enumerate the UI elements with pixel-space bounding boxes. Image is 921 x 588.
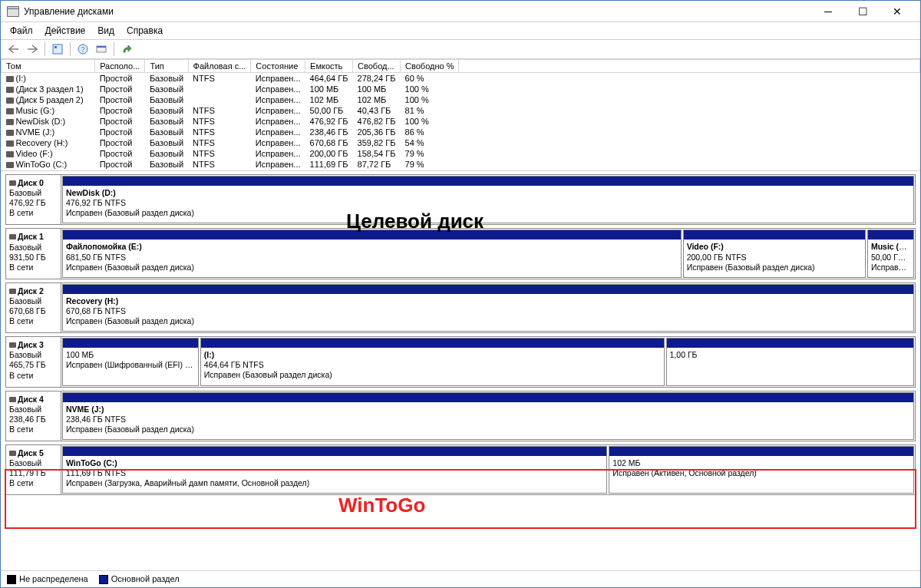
disk-row[interactable]: Диск 2Базовый670,68 ГБВ сетиRecovery (H:…	[5, 282, 916, 333]
legend: Не распределена Основной раздел	[1, 570, 920, 587]
close-button[interactable]: ✕	[880, 2, 914, 21]
minimize-button[interactable]: ─	[811, 2, 845, 21]
disk-info: Диск 0Базовый476,92 ГБВ сети	[6, 175, 61, 224]
volume-row[interactable]: NewDisk (D:)ПростойБазовыйNTFSИсправен..…	[2, 116, 920, 127]
column-header[interactable]: Емкость	[305, 60, 353, 73]
disk-info: Диск 2Базовый670,68 ГБВ сети	[6, 283, 61, 332]
partition[interactable]: NewDisk (D:)476,92 ГБ NTFSИсправен (Базо…	[62, 176, 914, 223]
menu-action[interactable]: Действие	[39, 24, 92, 38]
svg-rect-4	[54, 46, 57, 48]
disk-row[interactable]: Диск 0Базовый476,92 ГБВ сетиNewDisk (D:)…	[5, 174, 916, 225]
column-header[interactable]: Тип	[145, 60, 188, 73]
disk-row[interactable]: Диск 5Базовый111,79 ГБВ сетиWinToGo (C:)…	[5, 444, 916, 495]
volume-icon	[6, 119, 14, 125]
volume-icon	[6, 162, 14, 168]
titlebar: Управление дисками ─ ☐ ✕	[1, 1, 920, 22]
maximize-button[interactable]: ☐	[846, 2, 880, 21]
partition[interactable]: Recovery (H:)670,68 ГБ NTFSИсправен (Баз…	[62, 284, 914, 332]
volume-row[interactable]: Video (F:)ПростойБазовыйNTFSИсправен...2…	[2, 148, 920, 159]
menu-view[interactable]: Вид	[91, 24, 120, 38]
svg-text:?: ?	[81, 45, 84, 53]
partition[interactable]: Video (F:)200,00 ГБ NTFSИсправен (Базовы…	[683, 230, 866, 277]
volume-icon	[6, 140, 14, 147]
volume-list[interactable]: ТомРасполо...ТипФайловая с...СостояниеЕм…	[1, 59, 920, 171]
partition[interactable]: Файлопомойка (E:)681,50 ГБ NTFSИсправен …	[62, 230, 682, 277]
volume-icon	[6, 108, 14, 114]
column-header[interactable]: Располо...	[95, 60, 145, 73]
app-icon	[7, 6, 19, 17]
volume-row[interactable]: (Диск 3 раздел 1)ПростойБазовыйИсправен.…	[2, 84, 920, 94]
toolbar: ?	[1, 39, 920, 59]
volume-icon	[6, 151, 14, 157]
legend-primary: Основной раздел	[111, 574, 180, 583]
partition[interactable]: 1,00 ГБ	[666, 338, 914, 385]
back-button[interactable]	[5, 41, 22, 58]
toolbar-icon-1[interactable]	[49, 41, 66, 58]
disk-info: Диск 3Базовый465,75 ГБВ сети	[6, 337, 61, 386]
volume-row[interactable]: NVME (J:)ПростойБазовыйNTFSИсправен...23…	[2, 127, 920, 137]
partition[interactable]: (I:)464,64 ГБ NTFSИсправен (Базовый разд…	[200, 338, 665, 385]
volume-row[interactable]: Recovery (H:)ПростойБазовыйNTFSИсправен.…	[2, 137, 920, 148]
column-header[interactable]: Свобод...	[353, 60, 401, 73]
menu-file[interactable]: Файл	[4, 24, 39, 38]
svg-rect-8	[97, 46, 106, 48]
menu-help[interactable]: Справка	[120, 24, 169, 38]
disk-info: Диск 4Базовый238,46 ГБВ сети	[6, 391, 61, 441]
volume-icon	[6, 130, 14, 136]
volume-row[interactable]: (I:)ПростойБазовыйNTFSИсправен...464,64 …	[2, 73, 920, 84]
column-header[interactable]: Свободно %	[401, 60, 459, 73]
column-header[interactable]: Состояние	[251, 60, 305, 73]
window-title: Управление дисками	[24, 6, 811, 17]
column-header[interactable]: Том	[2, 60, 95, 73]
disk-info: Диск 1Базовый931,50 ГБВ сети	[6, 229, 61, 278]
partition[interactable]: 102 МБИсправен (Активен, Основной раздел…	[609, 446, 914, 494]
column-header[interactable]: Файловая с...	[188, 60, 251, 73]
svg-rect-1	[8, 7, 18, 8]
disk-info: Диск 5Базовый111,79 ГБВ сети	[6, 445, 61, 494]
partition[interactable]: NVME (J:)238,46 ГБ NTFSИсправен (Базовый…	[62, 392, 914, 440]
toolbar-icon-3[interactable]	[93, 41, 110, 58]
menubar: Файл Действие Вид Справка	[1, 22, 920, 39]
volume-icon	[6, 97, 14, 104]
volume-row[interactable]: WinToGo (C:)ПростойБазовыйNTFSИсправен..…	[2, 159, 920, 170]
svg-rect-3	[53, 45, 62, 54]
disk-layout-pane[interactable]: Диск 0Базовый476,92 ГБВ сетиNewDisk (D:)…	[1, 171, 920, 570]
toolbar-icon-4[interactable]	[118, 41, 135, 58]
disk-row[interactable]: Диск 3Базовый465,75 ГБВ сети100 МБИсправ…	[5, 336, 916, 387]
volume-row[interactable]: Music (G:)ПростойБазовыйNTFSИсправен...5…	[2, 105, 920, 116]
disk-row[interactable]: Диск 1Базовый931,50 ГБВ сетиФайлопомойка…	[5, 228, 916, 279]
volume-row[interactable]: (Диск 5 раздел 2)ПростойБазовыйИсправен.…	[2, 94, 920, 105]
svg-rect-2	[8, 9, 18, 16]
partition[interactable]: 100 МБИсправен (Шифрованный (EFI) систем…	[62, 338, 199, 385]
forward-button[interactable]	[24, 41, 41, 58]
partition[interactable]: WinToGo (C:)111,69 ГБ NTFSИсправен (Загр…	[62, 446, 607, 494]
volume-icon	[6, 76, 14, 82]
disk-row[interactable]: Диск 4Базовый238,46 ГБВ сетиNVME (J:)238…	[5, 391, 916, 441]
volume-icon	[6, 87, 14, 93]
legend-unallocated: Не распределена	[19, 574, 88, 583]
partition[interactable]: Music (G:)50,00 ГБ NTFSИсправен (Базовый…	[867, 230, 914, 277]
help-button[interactable]: ?	[74, 41, 91, 58]
